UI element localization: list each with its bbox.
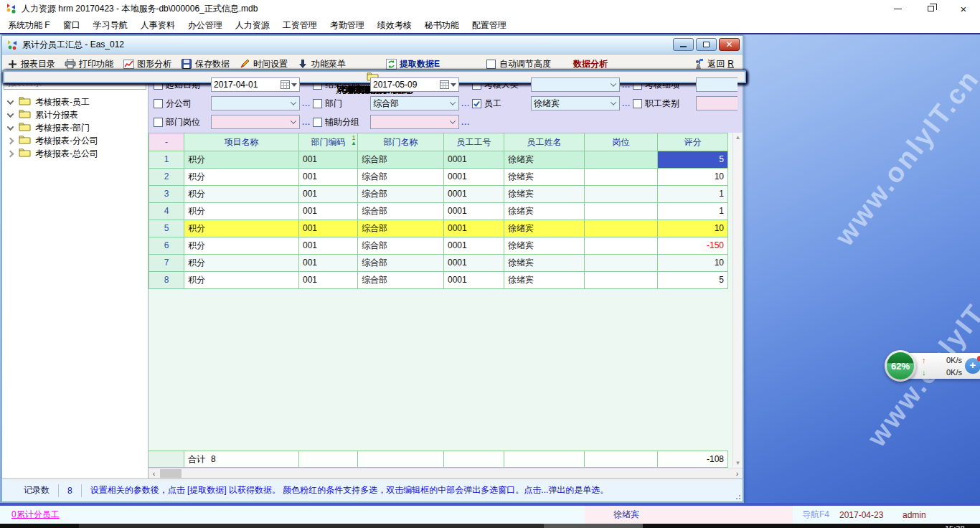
checkbox-icon[interactable] xyxy=(313,99,322,108)
chevron-right-icon[interactable] xyxy=(7,137,14,144)
menu-item[interactable]: 绩效考核 xyxy=(371,19,418,32)
more-options-button[interactable]: ... xyxy=(459,100,472,107)
dropdown-caret-icon[interactable] xyxy=(291,83,297,87)
memory-ball[interactable]: 62% xyxy=(885,350,916,382)
nav-f4-link[interactable]: 导航F4 xyxy=(802,509,829,521)
filter-checkbox-1[interactable]: 分公司 xyxy=(154,98,211,110)
report-tab-link[interactable]: 0累计分员工 xyxy=(11,509,60,521)
table-cell[interactable]: 5 xyxy=(658,151,728,169)
checkbox-icon[interactable] xyxy=(313,118,322,127)
table-cell[interactable] xyxy=(585,255,658,272)
auto-height-checkbox[interactable]: 自动调节高度 xyxy=(486,58,551,70)
child-restore-button[interactable] xyxy=(696,38,717,51)
table-row[interactable]: 8积分001综合部0001徐绪宾5 xyxy=(149,272,728,289)
row-number[interactable]: 1 xyxy=(149,151,184,169)
filter-field[interactable] xyxy=(370,115,459,129)
table-cell[interactable]: 001 xyxy=(299,203,358,220)
table-cell[interactable]: 10 xyxy=(658,169,728,186)
table-cell[interactable]: 0001 xyxy=(444,203,504,220)
filter-field[interactable]: 综合部 xyxy=(370,96,459,110)
checkbox-icon[interactable] xyxy=(472,99,481,108)
table-cell[interactable] xyxy=(585,186,658,203)
row-number[interactable]: 8 xyxy=(149,272,184,289)
combo-chevron-icon[interactable] xyxy=(608,101,619,105)
more-options-button[interactable]: ... xyxy=(620,100,633,107)
table-cell[interactable]: 徐绪宾 xyxy=(504,169,585,186)
print-button[interactable]: 打印功能 xyxy=(65,58,113,70)
vertical-scrollbar[interactable]: ▲ ▼ xyxy=(732,133,743,468)
chevron-down-icon[interactable] xyxy=(7,98,14,105)
table-row[interactable]: 5积分001综合部0001徐绪宾10 xyxy=(149,220,728,237)
table-cell[interactable] xyxy=(585,203,658,220)
table-cell[interactable]: 徐绪宾 xyxy=(504,220,585,237)
table-cell[interactable]: 10 xyxy=(658,220,728,237)
scroll-right-icon[interactable]: › xyxy=(732,468,743,478)
table-row[interactable]: 1积分001综合部0001徐绪宾5 xyxy=(149,151,728,169)
table-cell[interactable]: 0001 xyxy=(444,272,504,289)
table-cell[interactable]: 徐绪宾 xyxy=(504,203,585,220)
filter-field[interactable] xyxy=(211,96,300,110)
checkbox-icon[interactable] xyxy=(486,60,496,69)
dropdown-caret-icon[interactable] xyxy=(451,83,456,87)
checkbox-icon[interactable] xyxy=(633,99,642,108)
menu-item[interactable]: 工资管理 xyxy=(276,19,324,32)
tree-node[interactable]: 考核报表-部门 xyxy=(2,121,148,134)
table-cell[interactable]: 001 xyxy=(299,151,358,169)
table-cell[interactable] xyxy=(585,169,658,186)
table-row[interactable]: 6积分001综合部0001徐绪宾-150 xyxy=(149,237,728,255)
table-cell[interactable]: 0001 xyxy=(444,237,504,255)
table-cell[interactable]: 0001 xyxy=(444,186,504,203)
table-cell[interactable]: 001 xyxy=(299,272,358,289)
combo-chevron-icon[interactable] xyxy=(288,101,299,105)
scroll-down-icon[interactable]: ▼ xyxy=(733,458,743,468)
back-button[interactable]: 返回R xyxy=(693,58,734,70)
table-cell[interactable]: 001 xyxy=(299,255,358,272)
filter-field[interactable] xyxy=(696,77,738,92)
time-setting-button[interactable]: 时间设置 xyxy=(239,58,288,70)
menu-item[interactable]: 秘书功能 xyxy=(418,19,466,32)
table-cell[interactable]: 0001 xyxy=(444,220,504,237)
column-header[interactable]: 员工姓名 xyxy=(504,133,585,151)
filter-checkbox-2[interactable]: 辅助分组 xyxy=(313,116,370,128)
child-minimize-button[interactable] xyxy=(673,38,694,51)
table-cell[interactable]: 积分 xyxy=(184,186,299,203)
table-cell[interactable] xyxy=(585,220,658,237)
combo-chevron-icon[interactable] xyxy=(447,120,458,124)
calendar-icon[interactable] xyxy=(440,80,449,89)
menu-item[interactable]: 人事资料 xyxy=(134,19,182,32)
table-cell[interactable]: -150 xyxy=(658,237,728,255)
table-row[interactable]: 7积分001综合部0001徐绪宾10 xyxy=(149,255,728,272)
graph-analysis-button[interactable]: 图形分析 xyxy=(123,58,171,70)
table-cell[interactable]: 积分 xyxy=(184,237,299,255)
child-titlebar[interactable]: 累计分员工汇总 - Eas_012 ✕ xyxy=(2,36,743,55)
chevron-right-icon[interactable] xyxy=(7,150,14,157)
row-number[interactable]: 5 xyxy=(149,220,184,237)
table-cell[interactable]: 0001 xyxy=(444,255,504,272)
row-number[interactable]: 3 xyxy=(149,186,184,203)
filter-checkbox-1[interactable]: 部门岗位 xyxy=(154,116,211,128)
filter-field[interactable] xyxy=(211,115,300,129)
table-cell[interactable]: 综合部 xyxy=(358,186,444,203)
checkbox-icon[interactable] xyxy=(154,118,163,127)
restore-button[interactable] xyxy=(914,0,947,17)
table-cell[interactable]: 积分 xyxy=(184,255,299,272)
table-cell[interactable]: 001 xyxy=(299,169,358,186)
table-cell[interactable]: 0001 xyxy=(444,151,504,169)
tree-leaf[interactable]: 考评明细报表-部门 xyxy=(3,74,149,83)
filter-field[interactable]: 2017-04-01 xyxy=(211,77,300,92)
scroll-up-icon[interactable]: ▲ xyxy=(733,133,743,142)
table-cell[interactable]: 积分 xyxy=(184,169,299,186)
menu-item[interactable]: 考勤管理 xyxy=(324,19,371,32)
scroll-left-icon[interactable]: ‹ xyxy=(149,468,159,478)
save-data-button[interactable]: 保存数据 xyxy=(181,58,230,70)
menu-item[interactable]: 系统功能 F xyxy=(1,19,57,32)
scrollbar-thumb[interactable] xyxy=(160,469,182,478)
table-cell[interactable]: 综合部 xyxy=(358,220,444,237)
table-cell[interactable]: 积分 xyxy=(184,203,299,220)
menu-item[interactable]: 学习导航 xyxy=(87,19,134,32)
table-cell[interactable]: 综合部 xyxy=(358,169,444,186)
taskbar-sliver[interactable]: 15:38 xyxy=(0,524,980,528)
calendar-icon[interactable] xyxy=(281,80,290,89)
tree-node[interactable]: 考核报表-总公司 xyxy=(2,147,148,160)
table-cell[interactable]: 综合部 xyxy=(358,237,444,255)
